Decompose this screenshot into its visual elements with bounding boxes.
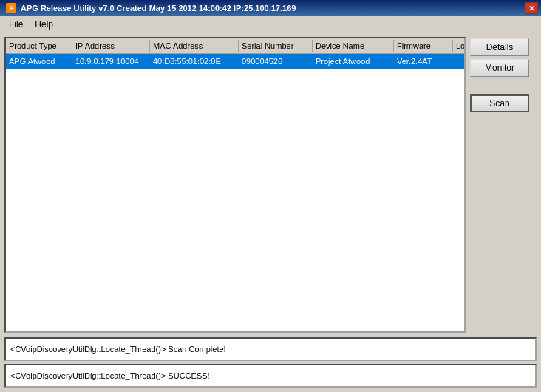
table-body: APG Atwood 10.9.0.179:10004 40:D8:55:01:… (6, 54, 464, 331)
cell-firmware: Ver.2.4AT (394, 55, 453, 67)
col-header-firmware: Firmware (394, 40, 453, 52)
col-header-ip-address: IP Address (72, 40, 150, 52)
title-bar-controls: ✕ (525, 2, 538, 14)
main-content: Product Type IP Address MAC Address Seri… (0, 32, 541, 392)
table-row[interactable]: APG Atwood 10.9.0.179:10004 40:D8:55:01:… (6, 54, 464, 69)
status-bar-scan-complete: <CVoipDiscoveryUtilDlg::Locate_Thread()>… (4, 337, 537, 361)
menu-file[interactable]: File (3, 18, 29, 31)
cell-log (453, 55, 464, 67)
cell-product-type: APG Atwood (6, 55, 72, 67)
title-bar: A APG Release Utility v7.0 Created May 1… (0, 0, 541, 16)
status-area: <CVoipDiscoveryUtilDlg::Locate_Thread()>… (4, 337, 537, 388)
title-bar-text: A APG Release Utility v7.0 Created May 1… (3, 3, 296, 13)
device-list-panel: Product Type IP Address MAC Address Seri… (4, 37, 466, 333)
cell-mac-address: 40:D8:55:01:02:0E (150, 55, 239, 67)
details-button[interactable]: Details (470, 38, 529, 56)
app-icon: A (6, 3, 16, 13)
col-header-product-type: Product Type (6, 40, 72, 52)
cell-device-name: Project Atwood (313, 55, 394, 67)
col-header-device-name: Device Name (313, 40, 394, 52)
menu-help[interactable]: Help (29, 18, 59, 31)
col-header-log: Log:1062 (453, 40, 466, 52)
cell-ip-address: 10.9.0.179:10004 (72, 55, 150, 67)
close-button[interactable]: ✕ (525, 2, 538, 14)
cell-serial-number: 090004526 (239, 55, 313, 67)
table-area: Product Type IP Address MAC Address Seri… (4, 37, 537, 333)
scan-button[interactable]: Scan (470, 94, 529, 112)
status-bar-success: <CVoipDiscoveryUtilDlg::Locate_Thread()>… (4, 364, 537, 388)
monitor-button[interactable]: Monitor (470, 59, 529, 77)
col-header-serial-number: Serial Number (239, 40, 313, 52)
sidebar-panel: Details Monitor Scan (470, 37, 537, 333)
menu-bar: File Help (0, 16, 541, 32)
col-header-mac-address: MAC Address (150, 40, 239, 52)
table-header: Product Type IP Address MAC Address Seri… (6, 38, 464, 54)
